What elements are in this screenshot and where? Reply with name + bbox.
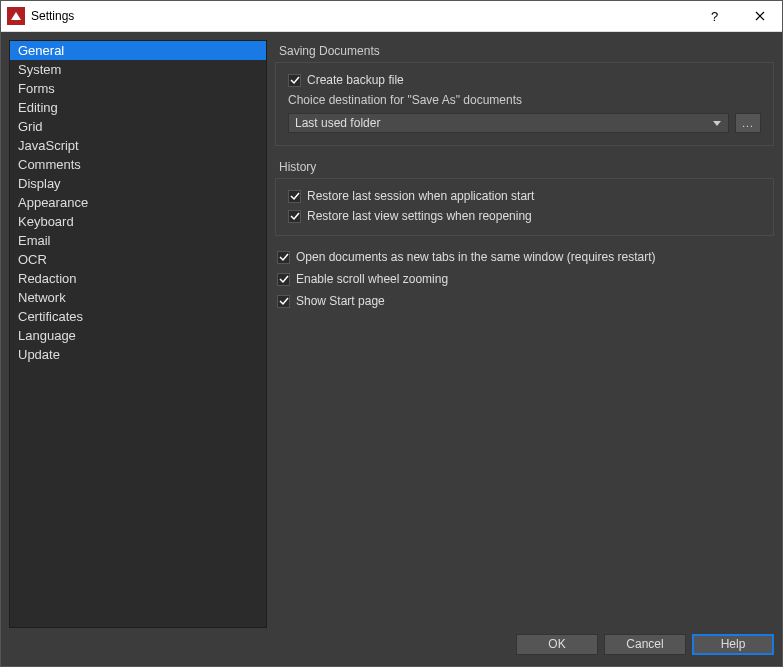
start-page-label: Show Start page xyxy=(296,294,385,308)
restore-view-row: Restore last view settings when reopenin… xyxy=(288,209,761,223)
scroll-zoom-label: Enable scroll wheel zooming xyxy=(296,272,448,286)
sidebar-item-grid[interactable]: Grid xyxy=(10,117,266,136)
sidebar-item-network[interactable]: Network xyxy=(10,288,266,307)
sidebar: General System Forms Editing Grid JavaSc… xyxy=(9,40,267,628)
save-as-destination-label: Choice destination for "Save As" documen… xyxy=(288,93,761,107)
app-icon xyxy=(7,7,25,25)
saving-documents-label: Saving Documents xyxy=(275,44,774,58)
restore-session-row: Restore last session when application st… xyxy=(288,189,761,203)
save-as-destination-select[interactable]: Last used folder xyxy=(288,113,729,133)
start-page-checkbox[interactable] xyxy=(277,295,290,308)
chevron-down-icon xyxy=(710,121,724,126)
sidebar-item-editing[interactable]: Editing xyxy=(10,98,266,117)
open-as-tabs-row: Open documents as new tabs in the same w… xyxy=(277,250,774,264)
help-button[interactable]: Help xyxy=(692,634,774,655)
browse-button[interactable]: ... xyxy=(735,113,761,133)
sidebar-item-system[interactable]: System xyxy=(10,60,266,79)
sidebar-item-language[interactable]: Language xyxy=(10,326,266,345)
sidebar-item-redaction[interactable]: Redaction xyxy=(10,269,266,288)
history-label: History xyxy=(275,160,774,174)
create-backup-checkbox[interactable] xyxy=(288,74,301,87)
main: General System Forms Editing Grid JavaSc… xyxy=(1,32,782,628)
scroll-zoom-row: Enable scroll wheel zooming xyxy=(277,272,774,286)
sidebar-item-javascript[interactable]: JavaScript xyxy=(10,136,266,155)
sidebar-item-display[interactable]: Display xyxy=(10,174,266,193)
misc-options: Open documents as new tabs in the same w… xyxy=(275,250,774,308)
sidebar-item-comments[interactable]: Comments xyxy=(10,155,266,174)
create-backup-row: Create backup file xyxy=(288,73,761,87)
help-titlebar-button[interactable]: ? xyxy=(692,1,737,32)
sidebar-item-certificates[interactable]: Certificates xyxy=(10,307,266,326)
sidebar-item-forms[interactable]: Forms xyxy=(10,79,266,98)
history-group: Restore last session when application st… xyxy=(275,178,774,236)
sidebar-item-appearance[interactable]: Appearance xyxy=(10,193,266,212)
scroll-zoom-checkbox[interactable] xyxy=(277,273,290,286)
sidebar-item-email[interactable]: Email xyxy=(10,231,266,250)
save-as-destination-value: Last used folder xyxy=(295,116,380,130)
window-title: Settings xyxy=(31,9,692,23)
restore-session-label: Restore last session when application st… xyxy=(307,189,534,203)
open-as-tabs-checkbox[interactable] xyxy=(277,251,290,264)
start-page-row: Show Start page xyxy=(277,294,774,308)
content-panel: Saving Documents Create backup file Choi… xyxy=(275,40,774,628)
ok-button[interactable]: OK xyxy=(516,634,598,655)
cancel-button[interactable]: Cancel xyxy=(604,634,686,655)
footer: OK Cancel Help xyxy=(1,628,782,660)
sidebar-item-ocr[interactable]: OCR xyxy=(10,250,266,269)
sidebar-item-keyboard[interactable]: Keyboard xyxy=(10,212,266,231)
titlebar: Settings ? xyxy=(1,1,782,32)
restore-session-checkbox[interactable] xyxy=(288,190,301,203)
sidebar-item-general[interactable]: General xyxy=(10,41,266,60)
create-backup-label: Create backup file xyxy=(307,73,404,87)
open-as-tabs-label: Open documents as new tabs in the same w… xyxy=(296,250,656,264)
close-titlebar-button[interactable] xyxy=(737,1,782,32)
save-as-destination-row: Last used folder ... xyxy=(288,113,761,133)
saving-documents-group: Create backup file Choice destination fo… xyxy=(275,62,774,146)
restore-view-label: Restore last view settings when reopenin… xyxy=(307,209,532,223)
sidebar-item-update[interactable]: Update xyxy=(10,345,266,364)
restore-view-checkbox[interactable] xyxy=(288,210,301,223)
